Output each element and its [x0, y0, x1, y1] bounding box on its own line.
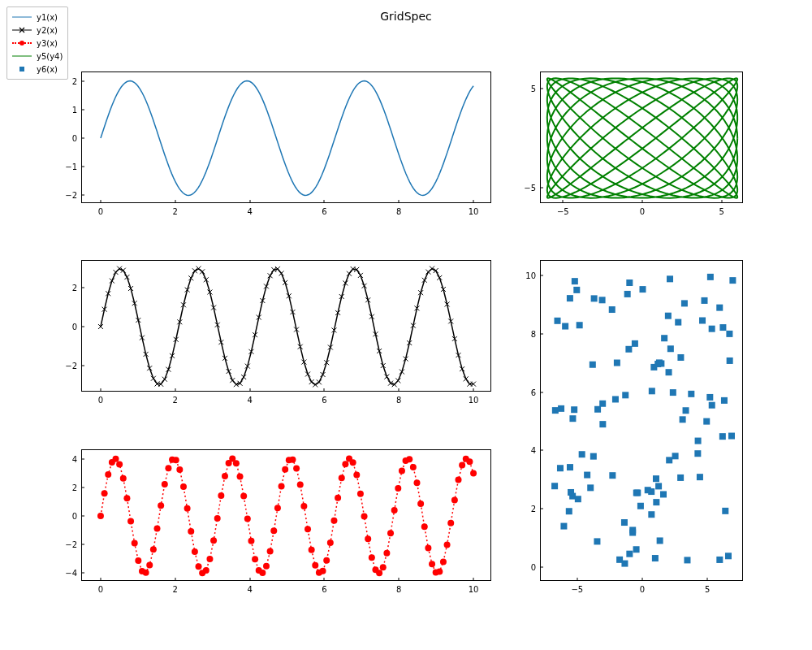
legend-swatch-line-icon [12, 50, 32, 62]
scatter-point [706, 394, 713, 401]
scatter-point [612, 396, 619, 402]
x-tick-label: 0 [98, 391, 103, 405]
svg-point-64 [330, 518, 337, 524]
svg-point-32 [210, 537, 217, 544]
scatter-point [567, 464, 573, 470]
svg-point-67 [342, 461, 348, 467]
svg-point-22 [173, 457, 179, 463]
plot-area [82, 72, 492, 204]
y-tick-label: −2 [65, 361, 82, 370]
svg-point-79 [387, 530, 394, 536]
legend-item-y5: y5(y4) [12, 50, 63, 63]
x-tick-label: 8 [396, 202, 401, 216]
legend-label: y5(y4) [37, 52, 63, 61]
subplot-y6: 0246810−505 [540, 260, 743, 581]
svg-point-95 [447, 520, 454, 526]
scatter-point [624, 291, 631, 297]
legend-swatch-dot-o-icon [12, 37, 32, 49]
subplot-y5y4: −55−505 [540, 72, 743, 203]
svg-point-88 [421, 523, 428, 530]
x-tick-label: 4 [247, 391, 252, 405]
x-tick-label: 8 [396, 580, 401, 594]
scatter-point [653, 475, 659, 482]
scatter-point [684, 557, 690, 563]
scatter-point [590, 453, 597, 460]
scatter-point [633, 546, 640, 552]
scatter-point [675, 319, 681, 326]
x-tick-label: 0 [640, 580, 645, 594]
scatter-point [688, 391, 694, 397]
svg-point-66 [339, 474, 345, 481]
scatter-point [626, 551, 633, 557]
svg-point-19 [162, 481, 168, 488]
series-line [101, 269, 473, 385]
svg-point-84 [406, 456, 412, 462]
svg-point-18 [158, 502, 164, 509]
scatter-point [722, 508, 728, 514]
svg-point-31 [206, 556, 213, 562]
scatter-point [594, 406, 601, 413]
scatter-point [571, 406, 577, 413]
svg-point-8 [120, 475, 127, 482]
svg-point-35 [222, 473, 228, 479]
svg-point-25 [184, 505, 191, 512]
legend-item-y2: y2(x) [12, 24, 63, 37]
scatter-point [622, 392, 628, 398]
scatter-point [594, 538, 600, 544]
svg-point-24 [180, 483, 187, 490]
svg-point-59 [312, 562, 318, 569]
scatter-point [666, 369, 672, 375]
plot-area [541, 72, 744, 204]
legend-item-y6: y6(x) [12, 63, 63, 76]
scatter-point [572, 278, 578, 284]
svg-point-23 [176, 466, 183, 473]
scatter-point [599, 401, 606, 407]
scatter-point [729, 277, 736, 284]
legend-item-y3: y3(x) [12, 37, 63, 50]
scatter-point [557, 465, 564, 471]
svg-point-16 [150, 546, 157, 552]
svg-point-81 [395, 485, 401, 492]
scatter-point [667, 345, 674, 352]
svg-point-73 [365, 535, 371, 542]
x-tick-label: 4 [247, 202, 252, 216]
scatter-point [590, 362, 596, 368]
svg-point-14 [143, 570, 149, 576]
svg-point-45 [259, 570, 266, 576]
svg-point-74 [369, 554, 375, 561]
scatter-point [655, 483, 662, 489]
svg-point-0 [19, 41, 24, 46]
scatter-point [614, 360, 620, 366]
svg-point-56 [300, 503, 307, 509]
svg-point-53 [289, 457, 296, 463]
svg-point-62 [323, 557, 330, 564]
scatter-point [573, 287, 580, 293]
scatter-point [716, 305, 723, 311]
legend: y1(x) y2(x) y3(x) y5(y4) y [6, 6, 68, 80]
x-tick-label: 0 [98, 580, 103, 594]
svg-point-96 [451, 496, 458, 503]
svg-point-10 [127, 518, 134, 524]
x-tick-label: 2 [173, 580, 178, 594]
scatter-point [587, 484, 594, 491]
scatter-point [695, 438, 702, 444]
svg-point-86 [413, 479, 420, 486]
svg-point-38 [233, 460, 240, 466]
svg-point-41 [244, 515, 251, 522]
scatter-point [649, 388, 655, 394]
svg-point-48 [270, 527, 277, 534]
scatter-point [632, 340, 638, 347]
scatter-point [701, 297, 707, 304]
scatter-point [626, 280, 633, 286]
scatter-point [719, 324, 726, 331]
scatter-point [683, 407, 689, 414]
scatter-point [721, 397, 728, 404]
scatter-point [567, 295, 573, 301]
x-tick-label: 2 [173, 391, 178, 405]
svg-point-11 [132, 540, 138, 546]
x-tick-label: 10 [469, 202, 479, 216]
legend-label: y2(x) [37, 26, 58, 35]
scatter-point [639, 286, 646, 292]
scatter-point [725, 552, 732, 559]
scatter-point [697, 474, 703, 480]
